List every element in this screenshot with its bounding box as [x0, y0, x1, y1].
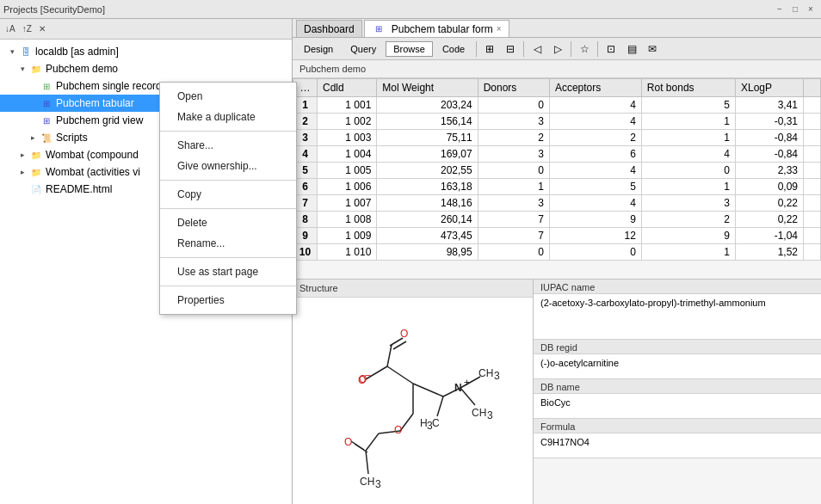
- row-xlogp: -0,84: [735, 146, 803, 163]
- row-donors: 7: [478, 212, 549, 228]
- row-mol-weight: 203,24: [377, 97, 478, 114]
- svg-line-13: [366, 433, 379, 451]
- prev-btn[interactable]: ◁: [528, 40, 546, 58]
- minimize-btn[interactable]: −: [773, 3, 787, 16]
- ctx-properties[interactable]: Properties: [160, 290, 296, 310]
- row-mol-weight: 98,95: [377, 244, 478, 261]
- maximize-btn[interactable]: □: [788, 3, 802, 16]
- code-btn[interactable]: Code: [435, 41, 472, 57]
- row-rot-bonds: 1: [641, 130, 735, 146]
- grid-view-btn[interactable]: ⊡: [602, 40, 620, 58]
- browse-btn[interactable]: Browse: [386, 41, 433, 57]
- row-mol-weight: 75,11: [377, 130, 478, 146]
- row-rot-bonds: 3: [641, 195, 735, 212]
- tree-item-pubchem-demo[interactable]: ▾ 📁 Pubchem demo: [0, 60, 292, 77]
- row-cdld: 1 001: [318, 97, 377, 114]
- table-row[interactable]: 5 1 005 202,55 0 4 0 2,33: [293, 163, 821, 179]
- sort-asc-btn[interactable]: ↓A: [3, 22, 17, 35]
- iupac-name-value: (2-acetoxy-3-carboxylato-propyl)-trimeth…: [534, 294, 821, 339]
- th-xlogp[interactable]: XLogP: [735, 79, 803, 97]
- row-extra: [804, 163, 821, 179]
- mail-btn[interactable]: ✉: [643, 40, 662, 58]
- ctx-rename[interactable]: Rename...: [160, 233, 296, 254]
- table-row[interactable]: 8 1 008 260,14 7 9 2 0,22: [293, 212, 821, 228]
- table-row[interactable]: 2 1 002 156,14 3 4 1 -0,31: [293, 114, 821, 130]
- right-panel: Dashboard ⊞ Pubchem tabular form × Desig…: [293, 19, 821, 504]
- expand-icon: [17, 184, 28, 194]
- content-area: Pubchem demo … Cdld Mol Weight Donors Ac…: [293, 60, 821, 504]
- molecule-svg: O - O O O N + CH: [310, 306, 516, 495]
- row-mol-weight: 148,16: [377, 195, 478, 212]
- row-donors: 3: [478, 195, 549, 212]
- tab-close-btn[interactable]: ×: [497, 24, 502, 34]
- row-cdld: 1 010: [318, 244, 377, 261]
- th-rot-bonds[interactable]: Rot bonds: [641, 79, 735, 97]
- ctx-delete[interactable]: Delete: [160, 212, 296, 233]
- row-extra: [804, 130, 821, 146]
- next-btn[interactable]: ▷: [548, 40, 567, 58]
- table-scroll[interactable]: … Cdld Mol Weight Donors Acceptors Rot b…: [293, 78, 821, 267]
- tree-item-localdb[interactable]: ▾ 🗄 localdb [as admin]: [0, 43, 292, 60]
- svg-line-6: [413, 384, 443, 396]
- row-extra: [804, 195, 821, 212]
- sort-desc-btn[interactable]: ↑Z: [21, 22, 34, 35]
- row-xlogp: 0,22: [735, 212, 803, 228]
- ctx-copy[interactable]: Copy: [160, 184, 296, 205]
- row-extra: [804, 228, 821, 244]
- table-row[interactable]: 1 1 001 203,24 0 4 5 3,41: [293, 97, 821, 114]
- list-icon-btn[interactable]: ⊟: [501, 40, 520, 58]
- th-donors[interactable]: Donors: [478, 79, 549, 97]
- left-toolbar: ↓A ↑Z ✕: [0, 19, 292, 40]
- ctx-duplicate[interactable]: Make a duplicate: [160, 107, 296, 127]
- tab-pubchem-tabular[interactable]: ⊞ Pubchem tabular form ×: [364, 20, 509, 37]
- atom-ch3-top: CH: [478, 367, 493, 379]
- table-section: Pubchem demo … Cdld Mol Weight Donors Ac…: [293, 60, 821, 279]
- table-row[interactable]: 3 1 003 75,11 2 2 1 -0,84: [293, 130, 821, 146]
- tree-label: Scripts: [56, 132, 88, 144]
- row-mol-weight: 260,14: [377, 212, 478, 228]
- svg-text:C: C: [432, 417, 440, 429]
- table-row[interactable]: 6 1 006 163,18 1 5 1 0,09: [293, 179, 821, 195]
- expand-icon: ▸: [17, 167, 28, 177]
- ctx-give-ownership[interactable]: Give ownership...: [160, 156, 296, 176]
- table-row[interactable]: 7 1 007 148,16 3 4 3 0,22: [293, 195, 821, 212]
- toolbar-separator: [476, 41, 477, 57]
- row-acceptors: 4: [549, 114, 641, 130]
- row-acceptors: 4: [549, 163, 641, 179]
- ctx-open[interactable]: Open: [160, 86, 296, 107]
- tab-dashboard[interactable]: Dashboard: [296, 20, 362, 37]
- row-extra: [804, 212, 821, 228]
- ctx-share[interactable]: Share...: [160, 135, 296, 156]
- row-rot-bonds: 4: [641, 146, 735, 163]
- structure-label: Structure: [293, 280, 533, 298]
- query-btn[interactable]: Query: [343, 41, 384, 57]
- table-icon-btn[interactable]: ⊞: [480, 40, 499, 58]
- svg-line-16: [366, 451, 368, 474]
- th-cdld[interactable]: Cdld: [318, 79, 377, 97]
- design-btn[interactable]: Design: [296, 41, 341, 57]
- atom-ch3-bottom: CH: [360, 476, 374, 488]
- row-xlogp: -0,84: [735, 130, 803, 146]
- th-acceptors[interactable]: Acceptors: [549, 79, 641, 97]
- close-btn[interactable]: ×: [804, 3, 818, 16]
- grid-icon: ⊞: [40, 96, 53, 110]
- columns-btn[interactable]: ▤: [622, 40, 641, 58]
- row-mol-weight: 169,07: [377, 146, 478, 163]
- expand-icon: ▾: [7, 46, 17, 57]
- row-cdld: 1 003: [318, 130, 377, 146]
- ctx-separator-1: [160, 131, 296, 132]
- th-mol-weight[interactable]: Mol Weight: [377, 79, 478, 97]
- expand-icon: ▸: [28, 132, 38, 143]
- atom-o-carbonyl-top: O: [400, 328, 408, 340]
- star-btn[interactable]: ☆: [575, 40, 594, 58]
- svg-text:+: +: [464, 377, 470, 389]
- ctx-start-page[interactable]: Use as start page: [160, 261, 296, 282]
- folder-icon: 📁: [29, 148, 43, 162]
- row-mol-weight: 163,18: [377, 179, 478, 195]
- table-row[interactable]: 10 1 010 98,95 0 0 1 1,52: [293, 244, 821, 261]
- table-row[interactable]: 4 1 004 169,07 3 6 4 -0,84: [293, 146, 821, 163]
- svg-text:3: 3: [375, 478, 381, 490]
- table-row[interactable]: 9 1 009 473,45 7 12 9 -1,04: [293, 228, 821, 244]
- collapse-btn[interactable]: ✕: [37, 22, 47, 35]
- row-donors: 0: [478, 97, 549, 114]
